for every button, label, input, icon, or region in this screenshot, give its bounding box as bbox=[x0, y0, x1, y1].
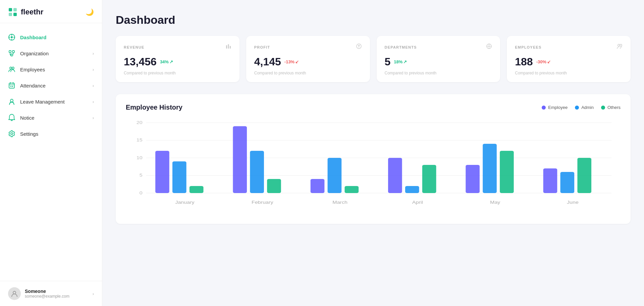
bar-chart-svg: 05101520JanuaryFebruaryMarchAprilMayJune bbox=[126, 119, 621, 213]
stat-compare-employees: Compared to previous month bbox=[515, 71, 623, 75]
revenue-icon bbox=[225, 43, 231, 51]
svg-rect-54 bbox=[155, 151, 169, 193]
stat-change-revenue: 34% ↗ bbox=[160, 59, 173, 64]
sidebar-item-organization[interactable]: Organization › bbox=[0, 45, 102, 61]
svg-rect-24 bbox=[12, 86, 13, 87]
svg-rect-62 bbox=[311, 179, 325, 193]
user-name: Someone bbox=[25, 289, 89, 294]
svg-rect-58 bbox=[233, 126, 247, 193]
svg-point-37 bbox=[488, 46, 490, 47]
svg-rect-1 bbox=[13, 8, 17, 11]
dashboard-icon bbox=[8, 34, 15, 41]
sidebar: fleethr 🌙 Dashboard bbox=[0, 0, 102, 306]
stat-card-header: PROFIT bbox=[254, 43, 362, 51]
svg-point-25 bbox=[10, 99, 13, 102]
svg-rect-11 bbox=[12, 51, 14, 53]
svg-rect-3 bbox=[13, 13, 17, 16]
svg-text:February: February bbox=[252, 200, 273, 205]
chart-header: Employee History Employee Admin Others bbox=[126, 104, 621, 111]
stat-compare-departments: Compared to previous month bbox=[385, 71, 492, 75]
organization-icon bbox=[8, 50, 15, 57]
chart-section: Employee History Employee Admin Others 0… bbox=[116, 94, 631, 224]
svg-rect-23 bbox=[10, 86, 11, 87]
sidebar-item-notice[interactable]: Notice › bbox=[0, 110, 102, 126]
svg-rect-55 bbox=[172, 162, 186, 193]
svg-rect-19 bbox=[9, 83, 14, 88]
svg-rect-71 bbox=[483, 144, 497, 193]
svg-text:10: 10 bbox=[137, 156, 143, 160]
stat-compare-revenue: Compared to previous month bbox=[124, 71, 231, 75]
legend-dot-others bbox=[601, 106, 605, 110]
attendance-icon bbox=[8, 82, 15, 89]
svg-text:January: January bbox=[175, 200, 195, 205]
bar-chart: 05101520JanuaryFebruaryMarchAprilMayJune bbox=[126, 119, 621, 215]
svg-rect-68 bbox=[422, 165, 436, 193]
legend-dot-admin bbox=[575, 106, 579, 110]
stat-label-employees: EMPLOYEES bbox=[515, 45, 541, 49]
svg-rect-59 bbox=[250, 151, 264, 193]
stat-card-header: REVENUE bbox=[124, 43, 231, 51]
stat-change-departments: 18% ↗ bbox=[394, 59, 407, 64]
stat-card-revenue: REVENUE 13,456 34% ↗ Compared to previou… bbox=[116, 36, 239, 82]
sidebar-item-label-employees: Employees bbox=[20, 67, 45, 72]
svg-text:May: May bbox=[490, 200, 500, 205]
sidebar-item-dashboard[interactable]: Dashboard bbox=[0, 29, 102, 45]
svg-rect-74 bbox=[543, 169, 557, 193]
sidebar-item-settings[interactable]: Settings bbox=[0, 126, 102, 142]
legend-item-others: Others bbox=[601, 105, 621, 110]
svg-rect-75 bbox=[560, 172, 575, 193]
svg-point-17 bbox=[10, 67, 12, 69]
user-email: someone@example.com bbox=[25, 294, 89, 299]
employees-icon bbox=[8, 66, 15, 73]
chevron-right-icon: › bbox=[93, 99, 94, 104]
employees-stat-icon bbox=[616, 43, 623, 51]
sidebar-item-leave-management[interactable]: Leave Management › bbox=[0, 94, 102, 110]
svg-point-28 bbox=[11, 133, 13, 135]
sidebar-nav: Dashboard Organization › bbox=[0, 23, 102, 281]
chevron-right-icon: › bbox=[93, 67, 94, 72]
stat-card-header: EMPLOYEES bbox=[515, 43, 623, 51]
sidebar-item-employees[interactable]: Employees › bbox=[0, 61, 102, 77]
stat-cards: REVENUE 13,456 34% ↗ Compared to previou… bbox=[116, 36, 631, 82]
svg-text:0: 0 bbox=[140, 191, 143, 195]
svg-rect-56 bbox=[190, 186, 204, 193]
chevron-right-icon: › bbox=[93, 291, 94, 296]
stat-value-departments: 5 18% ↗ bbox=[385, 56, 492, 68]
stat-card-header: DEPARTMENTS bbox=[385, 43, 492, 51]
departments-icon bbox=[486, 43, 492, 51]
svg-rect-67 bbox=[405, 186, 419, 193]
sidebar-user[interactable]: Someone someone@example.com › bbox=[0, 281, 102, 306]
svg-rect-10 bbox=[9, 51, 11, 53]
svg-rect-2 bbox=[9, 13, 12, 16]
svg-rect-76 bbox=[577, 158, 591, 193]
svg-rect-32 bbox=[230, 46, 231, 49]
svg-rect-66 bbox=[388, 158, 402, 193]
svg-rect-64 bbox=[344, 186, 359, 193]
stat-value-employees: 188 -30% ↙ bbox=[515, 56, 623, 68]
app-logo-icon bbox=[8, 7, 17, 17]
svg-point-42 bbox=[618, 44, 620, 46]
avatar bbox=[8, 287, 21, 300]
svg-point-43 bbox=[620, 44, 622, 46]
sidebar-item-label-leave-management: Leave Management bbox=[20, 99, 65, 105]
theme-toggle-icon[interactable]: 🌙 bbox=[86, 8, 94, 16]
svg-rect-31 bbox=[228, 44, 229, 49]
sidebar-item-attendance[interactable]: Attendance › bbox=[0, 77, 102, 94]
sidebar-item-label-organization: Organization bbox=[20, 51, 49, 56]
chevron-right-icon: › bbox=[93, 83, 94, 88]
chevron-right-icon: › bbox=[93, 51, 94, 56]
sidebar-item-label-attendance: Attendance bbox=[20, 83, 46, 88]
stat-value-revenue: 13,456 34% ↗ bbox=[124, 56, 231, 68]
chart-title: Employee History bbox=[126, 104, 182, 111]
sidebar-item-label-notice: Notice bbox=[20, 115, 35, 121]
user-info: Someone someone@example.com bbox=[25, 289, 89, 299]
svg-rect-72 bbox=[500, 151, 514, 193]
stat-label-profit: PROFIT bbox=[254, 45, 270, 49]
svg-rect-0 bbox=[9, 8, 12, 11]
svg-rect-30 bbox=[226, 45, 227, 49]
sidebar-item-label-settings: Settings bbox=[20, 131, 38, 137]
stat-label-revenue: REVENUE bbox=[124, 45, 145, 49]
legend-dot-employee bbox=[542, 106, 546, 110]
svg-point-29 bbox=[13, 291, 16, 294]
svg-text:March: March bbox=[332, 200, 347, 205]
